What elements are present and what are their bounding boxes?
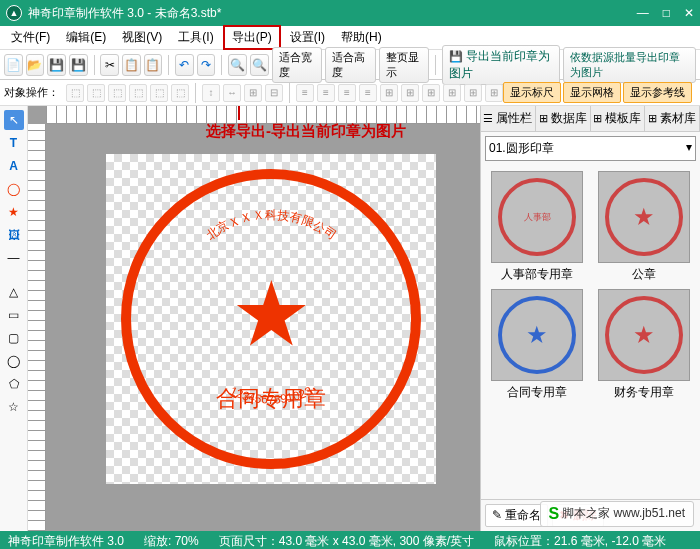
tool-select[interactable]: ↖ xyxy=(4,110,24,130)
undo-button[interactable]: ↶ xyxy=(175,54,194,76)
minimize-button[interactable]: — xyxy=(637,6,649,20)
separator xyxy=(168,55,169,75)
op-btn[interactable]: ⊞ xyxy=(380,84,398,102)
template-thumbnails: 人事部人事部专用章 ★公章 ★合同专用章 ★财务专用章 xyxy=(481,165,700,499)
tab-templates[interactable]: ⊞ 模板库 xyxy=(591,106,646,131)
new-button[interactable]: 📄 xyxy=(4,54,23,76)
op-btn[interactable]: ↔ xyxy=(223,84,241,102)
object-ops-label: 对象操作： xyxy=(4,85,59,100)
menu-view[interactable]: 视图(V) xyxy=(115,27,169,48)
op-btn[interactable]: ↕ xyxy=(202,84,220,102)
canvas[interactable]: 选择导出-导出当前印章为图片 北京ＸＸＸ科技有限公司 1234567891023… xyxy=(28,106,480,531)
separator xyxy=(221,55,222,75)
right-panel: ☰ 属性栏 ⊞ 数据库 ⊞ 模板库 ⊞ 素材库 01.圆形印章 ▾ 人事部人事部… xyxy=(480,106,700,531)
annotation-text: 选择导出-导出当前印章为图片 xyxy=(206,122,406,141)
status-mouse: 鼠标位置：21.6 毫米, -12.0 毫米 xyxy=(494,533,666,550)
redo-button[interactable]: ↷ xyxy=(197,54,216,76)
op-btn[interactable]: ⊞ xyxy=(443,84,461,102)
tab-properties[interactable]: ☰ 属性栏 xyxy=(481,106,536,131)
tool-line[interactable]: — xyxy=(4,248,24,268)
menu-edit[interactable]: 编辑(E) xyxy=(59,27,113,48)
op-btn[interactable]: ⊞ xyxy=(485,84,503,102)
open-button[interactable]: 📂 xyxy=(26,54,45,76)
op-btn[interactable]: ⬚ xyxy=(87,84,105,102)
shape-rect[interactable]: ▭ xyxy=(4,305,24,325)
menu-export[interactable]: 导出(P) xyxy=(223,25,281,50)
ruler-vertical xyxy=(28,124,46,531)
rename-button[interactable]: ✎ 重命名 xyxy=(485,504,548,527)
op-btn[interactable]: ⊞ xyxy=(422,84,440,102)
op-btn[interactable]: ⬚ xyxy=(108,84,126,102)
zoomin-button[interactable]: 🔍 xyxy=(228,54,247,76)
tool-text[interactable]: T xyxy=(4,133,24,153)
thumb-label: 合同专用章 xyxy=(487,384,588,401)
op-btn[interactable]: ≡ xyxy=(317,84,335,102)
batch-export-button[interactable]: 依数据源批量导出印章为图片 xyxy=(563,47,696,83)
op-btn[interactable]: ≡ xyxy=(296,84,314,102)
toggle-grid[interactable]: 显示网格 xyxy=(563,82,621,103)
fit-height-button[interactable]: 适合高度 xyxy=(325,47,376,83)
tab-assets[interactable]: ⊞ 素材库 xyxy=(645,106,700,131)
toggle-ruler[interactable]: 显示标尺 xyxy=(503,82,561,103)
tool-circletext[interactable]: ◯ xyxy=(4,179,24,199)
shape-polygon[interactable]: ⬠ xyxy=(4,374,24,394)
op-btn[interactable]: ⬚ xyxy=(66,84,84,102)
toggle-guides[interactable]: 显示参考线 xyxy=(623,82,692,103)
view-toggles: 显示标尺 显示网格 显示参考线 xyxy=(503,82,692,103)
op-btn[interactable]: ≡ xyxy=(359,84,377,102)
close-button[interactable]: ✕ xyxy=(684,6,694,20)
op-btn[interactable]: ⊞ xyxy=(401,84,419,102)
artboard[interactable]: 北京ＸＸＸ科技有限公司 1234567891023 ★ 合同专用章 xyxy=(106,154,436,484)
shape-roundrect[interactable]: ▢ xyxy=(4,328,24,348)
window-title: 神奇印章制作软件 3.0 - 未命名3.stb* xyxy=(28,5,637,22)
statusbar: 神奇印章制作软件 3.0 缩放: 70% 页面尺寸：43.0 毫米 x 43.0… xyxy=(0,531,700,549)
thumb-label: 财务专用章 xyxy=(594,384,695,401)
separator xyxy=(94,55,95,75)
tool-image[interactable]: 🖼 xyxy=(4,225,24,245)
svg-text:北京ＸＸＸ科技有限公司: 北京ＸＸＸ科技有限公司 xyxy=(203,208,338,242)
full-page-button[interactable]: 整页显示 xyxy=(379,47,430,83)
op-btn[interactable]: ⬚ xyxy=(129,84,147,102)
saveas-button[interactable]: 💾 xyxy=(69,54,88,76)
paste-button[interactable]: 📋 xyxy=(144,54,163,76)
op-btn[interactable]: ⬚ xyxy=(171,84,189,102)
right-tabs: ☰ 属性栏 ⊞ 数据库 ⊞ 模板库 ⊞ 素材库 xyxy=(481,106,700,132)
menu-tools[interactable]: 工具(I) xyxy=(171,27,220,48)
template-item[interactable]: ★财务专用章 xyxy=(594,289,695,401)
export-image-button[interactable]: 💾 导出当前印章为图片 xyxy=(442,45,560,85)
export-image-label: 导出当前印章为图片 xyxy=(449,49,550,80)
separator xyxy=(435,55,436,75)
menu-file[interactable]: 文件(F) xyxy=(4,27,57,48)
left-toolbox: ↖ T A ◯ ★ 🖼 — △ ▭ ▢ ◯ ⬠ ☆ xyxy=(0,106,28,531)
app-logo-icon: ▲ xyxy=(6,5,22,21)
copy-button[interactable]: 📋 xyxy=(122,54,141,76)
fit-width-button[interactable]: 适合宽度 xyxy=(272,47,323,83)
save-button[interactable]: 💾 xyxy=(47,54,66,76)
seal-star-icon: ★ xyxy=(231,261,312,366)
watermark-icon: S xyxy=(549,505,560,522)
op-btn[interactable]: ⊞ xyxy=(464,84,482,102)
op-btn[interactable]: ⊞ xyxy=(244,84,262,102)
template-item[interactable]: 人事部人事部专用章 xyxy=(487,171,588,283)
zoomout-button[interactable]: 🔍 xyxy=(250,54,269,76)
template-item[interactable]: ★合同专用章 xyxy=(487,289,588,401)
menu-settings[interactable]: 设置(I) xyxy=(283,27,332,48)
menu-help[interactable]: 帮助(H) xyxy=(334,27,389,48)
chevron-down-icon: ▾ xyxy=(686,140,692,154)
seal-preview[interactable]: 北京ＸＸＸ科技有限公司 1234567891023 ★ 合同专用章 xyxy=(121,169,421,469)
tool-arctext[interactable]: A xyxy=(4,156,24,176)
seal-bottom-text: 合同专用章 xyxy=(121,384,421,414)
op-btn[interactable]: ⬚ xyxy=(150,84,168,102)
shape-triangle[interactable]: △ xyxy=(4,282,24,302)
cut-button[interactable]: ✂ xyxy=(100,54,119,76)
shape-star[interactable]: ☆ xyxy=(4,397,24,417)
tool-star[interactable]: ★ xyxy=(4,202,24,222)
template-item[interactable]: ★公章 xyxy=(594,171,695,283)
template-category-select[interactable]: 01.圆形印章 ▾ xyxy=(485,136,696,161)
tab-database[interactable]: ⊞ 数据库 xyxy=(536,106,591,131)
op-btn[interactable]: ≡ xyxy=(338,84,356,102)
shape-ellipse[interactable]: ◯ xyxy=(4,351,24,371)
op-btn[interactable]: ⊟ xyxy=(265,84,283,102)
annotation-arrow xyxy=(238,106,240,120)
maximize-button[interactable]: □ xyxy=(663,6,670,20)
